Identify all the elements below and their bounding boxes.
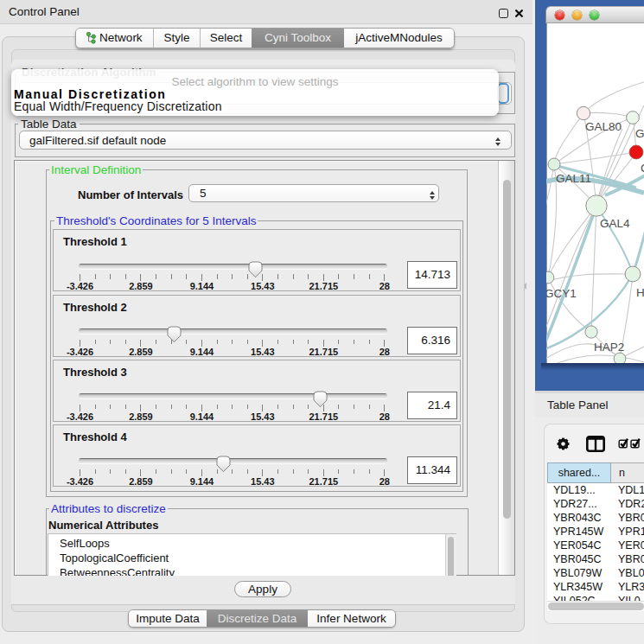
svg-text:C: C	[641, 162, 644, 175]
svg-text:H: H	[636, 286, 644, 299]
svg-text:HAP2: HAP2	[594, 341, 624, 354]
svg-text:GAL4: GAL4	[600, 217, 630, 230]
svg-text:G.: G.	[635, 127, 644, 140]
svg-text:GAL80: GAL80	[585, 120, 622, 133]
svg-text:GAL11: GAL11	[556, 172, 591, 185]
svg-text:GCY1: GCY1	[546, 287, 577, 300]
